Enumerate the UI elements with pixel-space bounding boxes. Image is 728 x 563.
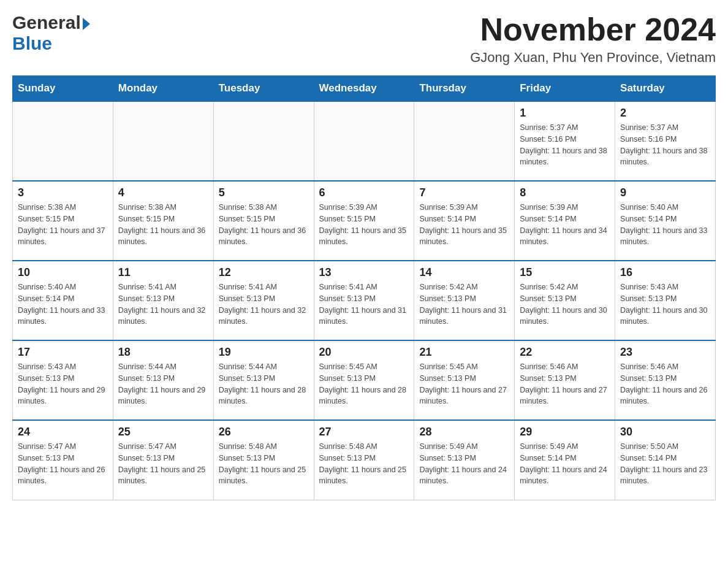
day-info: Sunrise: 5:47 AM Sunset: 5:13 PM Dayligh… (18, 441, 108, 487)
day-number: 21 (419, 346, 509, 359)
calendar-cell: 24Sunrise: 5:47 AM Sunset: 5:13 PM Dayli… (13, 420, 113, 500)
day-number: 1 (520, 107, 610, 120)
day-number: 14 (419, 266, 509, 279)
day-info: Sunrise: 5:40 AM Sunset: 5:14 PM Dayligh… (620, 202, 710, 248)
header-cell-tuesday: Tuesday (213, 76, 314, 102)
day-number: 30 (620, 426, 710, 439)
day-info: Sunrise: 5:48 AM Sunset: 5:13 PM Dayligh… (319, 441, 409, 487)
week-row-3: 17Sunrise: 5:43 AM Sunset: 5:13 PM Dayli… (13, 340, 716, 420)
calendar-cell: 13Sunrise: 5:41 AM Sunset: 5:13 PM Dayli… (314, 261, 414, 340)
calendar-cell: 8Sunrise: 5:39 AM Sunset: 5:14 PM Daylig… (515, 181, 615, 261)
day-number: 19 (219, 346, 309, 359)
calendar-cell: 6Sunrise: 5:39 AM Sunset: 5:15 PM Daylig… (314, 181, 414, 261)
calendar-cell: 3Sunrise: 5:38 AM Sunset: 5:15 PM Daylig… (13, 181, 113, 261)
calendar-cell: 28Sunrise: 5:49 AM Sunset: 5:13 PM Dayli… (414, 420, 515, 500)
day-number: 27 (319, 426, 409, 439)
day-number: 9 (620, 186, 710, 199)
calendar-cell: 30Sunrise: 5:50 AM Sunset: 5:14 PM Dayli… (615, 420, 716, 500)
header-row: SundayMondayTuesdayWednesdayThursdayFrid… (13, 76, 716, 102)
day-number: 22 (520, 346, 610, 359)
day-number: 25 (118, 426, 208, 439)
day-info: Sunrise: 5:39 AM Sunset: 5:14 PM Dayligh… (419, 202, 509, 248)
calendar-table: SundayMondayTuesdayWednesdayThursdayFrid… (12, 75, 716, 500)
calendar-cell: 18Sunrise: 5:44 AM Sunset: 5:13 PM Dayli… (113, 340, 213, 420)
calendar-cell: 14Sunrise: 5:42 AM Sunset: 5:13 PM Dayli… (414, 261, 515, 340)
calendar-body: 1Sunrise: 5:37 AM Sunset: 5:16 PM Daylig… (13, 101, 716, 500)
day-info: Sunrise: 5:46 AM Sunset: 5:13 PM Dayligh… (620, 361, 710, 407)
day-number: 15 (520, 266, 610, 279)
day-info: Sunrise: 5:38 AM Sunset: 5:15 PM Dayligh… (18, 202, 108, 248)
header-cell-thursday: Thursday (414, 76, 515, 102)
day-number: 26 (219, 426, 309, 439)
day-number: 17 (18, 346, 108, 359)
day-info: Sunrise: 5:48 AM Sunset: 5:13 PM Dayligh… (219, 441, 309, 487)
calendar-cell: 11Sunrise: 5:41 AM Sunset: 5:13 PM Dayli… (113, 261, 213, 340)
calendar-cell: 17Sunrise: 5:43 AM Sunset: 5:13 PM Dayli… (13, 340, 113, 420)
day-info: Sunrise: 5:39 AM Sunset: 5:15 PM Dayligh… (319, 202, 409, 248)
calendar-cell (213, 101, 314, 181)
calendar-cell (314, 101, 414, 181)
day-info: Sunrise: 5:44 AM Sunset: 5:13 PM Dayligh… (118, 361, 208, 407)
week-row-1: 3Sunrise: 5:38 AM Sunset: 5:15 PM Daylig… (13, 181, 716, 261)
title-area: November 2024 GJong Xuan, Phu Yen Provin… (470, 12, 716, 66)
day-info: Sunrise: 5:50 AM Sunset: 5:14 PM Dayligh… (620, 441, 710, 487)
week-row-0: 1Sunrise: 5:37 AM Sunset: 5:16 PM Daylig… (13, 101, 716, 181)
calendar-cell: 16Sunrise: 5:43 AM Sunset: 5:13 PM Dayli… (615, 261, 716, 340)
day-info: Sunrise: 5:42 AM Sunset: 5:13 PM Dayligh… (520, 282, 610, 327)
calendar-cell: 22Sunrise: 5:46 AM Sunset: 5:13 PM Dayli… (515, 340, 615, 420)
calendar-cell: 23Sunrise: 5:46 AM Sunset: 5:13 PM Dayli… (615, 340, 716, 420)
day-number: 4 (118, 186, 208, 199)
day-info: Sunrise: 5:47 AM Sunset: 5:13 PM Dayligh… (118, 441, 208, 487)
header-cell-monday: Monday (113, 76, 213, 102)
calendar-cell: 21Sunrise: 5:45 AM Sunset: 5:13 PM Dayli… (414, 340, 515, 420)
calendar-cell: 26Sunrise: 5:48 AM Sunset: 5:13 PM Dayli… (213, 420, 314, 500)
day-info: Sunrise: 5:39 AM Sunset: 5:14 PM Dayligh… (520, 202, 610, 248)
day-info: Sunrise: 5:37 AM Sunset: 5:16 PM Dayligh… (620, 122, 710, 168)
day-number: 28 (419, 426, 509, 439)
day-number: 20 (319, 346, 409, 359)
day-number: 23 (620, 346, 710, 359)
logo: General Blue (12, 12, 90, 54)
day-info: Sunrise: 5:37 AM Sunset: 5:16 PM Dayligh… (520, 122, 610, 168)
day-info: Sunrise: 5:40 AM Sunset: 5:14 PM Dayligh… (18, 282, 108, 327)
day-number: 13 (319, 266, 409, 279)
day-number: 11 (118, 266, 208, 279)
header-cell-sunday: Sunday (13, 76, 113, 102)
day-number: 18 (118, 346, 208, 359)
calendar-cell (414, 101, 515, 181)
day-info: Sunrise: 5:46 AM Sunset: 5:13 PM Dayligh… (520, 361, 610, 407)
week-row-2: 10Sunrise: 5:40 AM Sunset: 5:14 PM Dayli… (13, 261, 716, 340)
logo-general-text: General (12, 12, 81, 33)
day-number: 10 (18, 266, 108, 279)
day-number: 8 (520, 186, 610, 199)
logo-triangle-icon (83, 18, 90, 30)
day-info: Sunrise: 5:43 AM Sunset: 5:13 PM Dayligh… (620, 282, 710, 327)
day-number: 12 (219, 266, 309, 279)
month-title: November 2024 (470, 12, 716, 47)
day-info: Sunrise: 5:49 AM Sunset: 5:14 PM Dayligh… (520, 441, 610, 487)
day-info: Sunrise: 5:41 AM Sunset: 5:13 PM Dayligh… (319, 282, 409, 327)
day-info: Sunrise: 5:45 AM Sunset: 5:13 PM Dayligh… (319, 361, 409, 407)
day-number: 29 (520, 426, 610, 439)
calendar-cell (13, 101, 113, 181)
day-number: 16 (620, 266, 710, 279)
header-cell-friday: Friday (515, 76, 615, 102)
day-info: Sunrise: 5:49 AM Sunset: 5:13 PM Dayligh… (419, 441, 509, 487)
day-number: 6 (319, 186, 409, 199)
day-number: 5 (219, 186, 309, 199)
day-info: Sunrise: 5:44 AM Sunset: 5:13 PM Dayligh… (219, 361, 309, 407)
week-row-4: 24Sunrise: 5:47 AM Sunset: 5:13 PM Dayli… (13, 420, 716, 500)
day-info: Sunrise: 5:41 AM Sunset: 5:13 PM Dayligh… (118, 282, 208, 327)
calendar-cell: 5Sunrise: 5:38 AM Sunset: 5:15 PM Daylig… (213, 181, 314, 261)
day-number: 24 (18, 426, 108, 439)
page-header: General Blue November 2024 GJong Xuan, P… (12, 12, 716, 66)
day-info: Sunrise: 5:42 AM Sunset: 5:13 PM Dayligh… (419, 282, 509, 327)
calendar-cell: 12Sunrise: 5:41 AM Sunset: 5:13 PM Dayli… (213, 261, 314, 340)
calendar-cell (113, 101, 213, 181)
day-info: Sunrise: 5:38 AM Sunset: 5:15 PM Dayligh… (219, 202, 309, 248)
calendar-cell: 4Sunrise: 5:38 AM Sunset: 5:15 PM Daylig… (113, 181, 213, 261)
location-subtitle: GJong Xuan, Phu Yen Province, Vietnam (470, 50, 716, 66)
calendar-cell: 15Sunrise: 5:42 AM Sunset: 5:13 PM Dayli… (515, 261, 615, 340)
calendar-cell: 7Sunrise: 5:39 AM Sunset: 5:14 PM Daylig… (414, 181, 515, 261)
day-number: 3 (18, 186, 108, 199)
